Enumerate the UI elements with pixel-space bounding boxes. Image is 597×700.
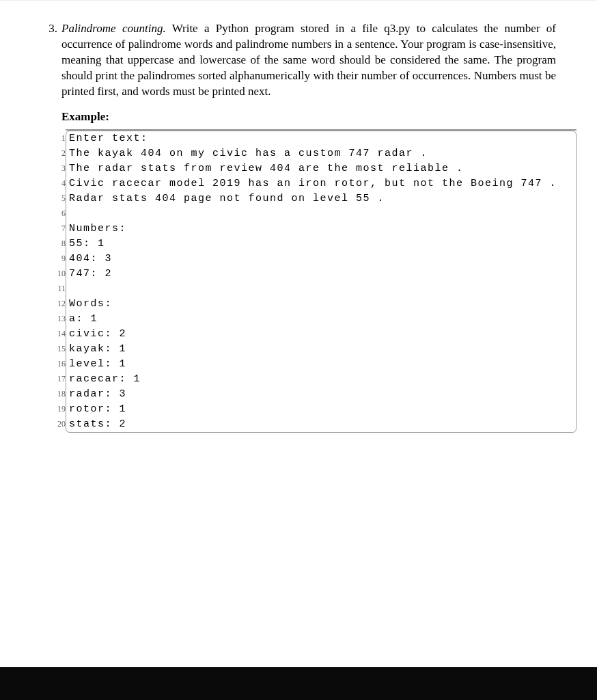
problem-title: Palindrome counting. (61, 22, 166, 35)
code-line-content (66, 206, 576, 221)
code-line-content: a: 1 (66, 312, 576, 327)
code-line-content: Radar stats 404 page not found on level … (66, 191, 576, 206)
code-line-content: 747: 2 (66, 267, 576, 282)
code-line-content: radar: 3 (66, 387, 576, 402)
code-line-content: The kayak 404 on my civic has a custom 7… (66, 146, 576, 161)
problem-block: 3. Palindrome counting. Write a Python p… (41, 21, 556, 129)
code-lines: 1234567891011121314151617181920Enter tex… (41, 131, 577, 433)
code-line-content: Numbers: (66, 221, 576, 237)
code-line-content: kayak: 1 (66, 342, 576, 357)
code-line-content: racecar: 1 (66, 372, 576, 387)
example-label: Example: (61, 109, 556, 125)
problem-number: 3. (41, 21, 61, 37)
code-line-content: civic: 2 (66, 327, 576, 342)
code-line-content: 55: 1 (66, 237, 576, 252)
code-line-content: Words: (66, 297, 576, 312)
problem-body: Palindrome counting. Write a Python prog… (61, 21, 556, 129)
code-line-content: rotor: 1 (66, 402, 576, 417)
code-line-content: The radar stats from review 404 are the … (66, 161, 576, 176)
code-block: 1234567891011121314151617181920Enter tex… (41, 129, 577, 433)
page-content: 3. Palindrome counting. Write a Python p… (0, 0, 597, 433)
code-line-content: level: 1 (66, 357, 576, 372)
code-line-content: Civic racecar model 2019 has an iron rot… (66, 176, 576, 191)
code-line-content: 404: 3 (66, 252, 576, 267)
code-line-content: Enter text: (66, 131, 576, 146)
code-line-content: stats: 2 (66, 417, 576, 432)
code-line-content (66, 282, 576, 297)
bottom-bar (0, 667, 597, 700)
